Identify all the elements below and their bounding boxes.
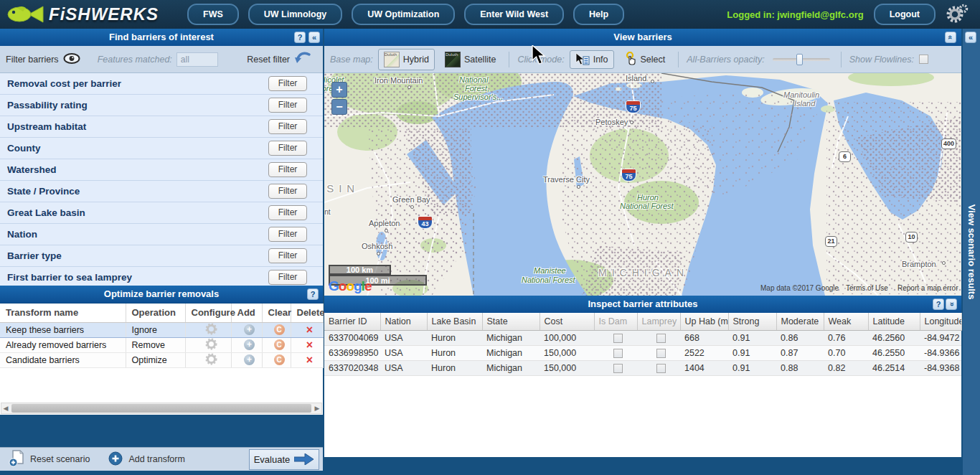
evaluate-button[interactable]: Evaluate bbox=[249, 449, 319, 470]
scroll-right-arrow: ▶ bbox=[313, 405, 321, 412]
zoom-out-button[interactable]: − bbox=[331, 99, 347, 115]
optimize-help-button[interactable]: ? bbox=[307, 288, 319, 300]
city-dot bbox=[407, 85, 411, 89]
lamprey-checkbox[interactable] bbox=[656, 364, 666, 373]
basemap-hybrid-button[interactable]: Duluth Hybrid bbox=[378, 49, 435, 70]
click-mode-info-button[interactable]: Info bbox=[570, 50, 614, 69]
col-nation[interactable]: Nation bbox=[380, 313, 427, 330]
undo-icon[interactable] bbox=[294, 51, 311, 67]
configure-gear-icon[interactable] bbox=[185, 322, 231, 337]
add-transform-label[interactable]: Add transform bbox=[128, 454, 185, 464]
logout-button[interactable]: Logout bbox=[874, 4, 936, 25]
col-up-hab[interactable]: Up Hab (m) bbox=[680, 313, 728, 330]
col-strong[interactable]: Strong bbox=[728, 313, 776, 330]
reset-scenario-label[interactable]: Reset scenario bbox=[30, 454, 90, 464]
col-is-dam[interactable]: Is Dam bbox=[594, 313, 637, 330]
reset-filter-label[interactable]: Reset filter bbox=[247, 55, 290, 65]
shield-on400: 400 bbox=[941, 138, 956, 149]
zoom-in-button[interactable]: + bbox=[331, 82, 347, 98]
clear-icon[interactable]: C bbox=[274, 324, 285, 335]
shield-i75-south: 75 bbox=[621, 169, 636, 182]
transform-row-removed[interactable]: Already removed barriers Remove + C × bbox=[0, 337, 323, 352]
basemap-satellite-button[interactable]: Duluth Satellite bbox=[440, 50, 501, 70]
flowlines-checkbox[interactable] bbox=[919, 55, 928, 64]
col-longitude[interactable]: Longitude bbox=[920, 313, 961, 330]
col-lamprey[interactable]: Lamprey bbox=[637, 313, 680, 330]
scenario-footer: Reset scenario Add transform Evaluate bbox=[0, 447, 323, 471]
filter-button-county[interactable]: Filter bbox=[268, 141, 307, 156]
inspect-help-button[interactable]: ? bbox=[933, 298, 944, 310]
filter-button-nation[interactable]: Filter bbox=[268, 227, 307, 242]
find-barriers-title: Find barriers of interest bbox=[109, 32, 214, 42]
barrier-row-1[interactable]: 6337004069USA HuronMichigan 100,000 6680… bbox=[324, 330, 961, 345]
map-label-appleton: Appleton bbox=[369, 219, 400, 227]
transform-row-candidate[interactable]: Candidate barriers Optimize + C × bbox=[0, 352, 323, 367]
clear-icon[interactable]: C bbox=[274, 354, 285, 365]
lamprey-checkbox[interactable] bbox=[656, 349, 666, 358]
configure-gear-icon[interactable] bbox=[185, 352, 231, 367]
filter-button-removal-cost[interactable]: Filter bbox=[268, 76, 307, 91]
toolbar-separator bbox=[841, 52, 842, 67]
is-dam-checkbox[interactable] bbox=[613, 364, 623, 373]
col-weak[interactable]: Weak bbox=[824, 313, 868, 330]
features-matched-input[interactable] bbox=[176, 52, 218, 67]
col-lake-basin[interactable]: Lake Basin bbox=[427, 313, 482, 330]
nav-button-uw-limnology[interactable]: UW Limnology bbox=[248, 4, 343, 25]
nav-button-uw-optimization[interactable]: UW Optimization bbox=[352, 4, 455, 25]
click-mode-select-button[interactable]: Select bbox=[619, 50, 671, 70]
find-help-button[interactable]: ? bbox=[294, 32, 306, 43]
arrow-right-icon bbox=[294, 453, 314, 465]
col-latitude[interactable]: Latitude bbox=[868, 313, 920, 330]
inspect-collapse-button[interactable]: « bbox=[946, 298, 957, 310]
transform-row-keep[interactable]: Keep these barriers Ignore + C × bbox=[0, 322, 323, 337]
scenario-results-tab[interactable]: View scenario results bbox=[966, 204, 977, 300]
nav-button-fws[interactable]: FWS bbox=[187, 4, 239, 25]
add-transform-icon[interactable] bbox=[108, 451, 123, 468]
report-map-error-link[interactable]: Report a map error bbox=[897, 284, 958, 292]
filter-barriers-label: Filter barriers bbox=[6, 55, 59, 65]
barrier-row-2[interactable]: 6336998950USA HuronMichigan 150,000 2522… bbox=[324, 345, 961, 360]
terms-of-use-link[interactable]: Terms of Use bbox=[846, 284, 888, 292]
filter-button-watershed[interactable]: Filter bbox=[268, 162, 307, 177]
nav-button-help[interactable]: Help bbox=[573, 4, 624, 25]
settings-gear-icon[interactable] bbox=[944, 2, 969, 27]
map-canvas[interactable]: n-Nicolet Forest Iron Mountain National … bbox=[324, 73, 961, 296]
scrollbar-thumb[interactable] bbox=[11, 404, 311, 413]
col-state[interactable]: State bbox=[482, 313, 540, 330]
col-moderate[interactable]: Moderate bbox=[776, 313, 824, 330]
find-collapse-button[interactable]: « bbox=[308, 32, 320, 43]
optimize-horizontal-scrollbar[interactable]: ◀ ▶ bbox=[1, 403, 322, 414]
clear-icon[interactable]: C bbox=[274, 339, 285, 350]
filter-button-passability[interactable]: Filter bbox=[268, 98, 307, 113]
lamprey-checkbox[interactable] bbox=[656, 334, 666, 343]
view-barriers-collapse-button[interactable]: « bbox=[945, 32, 956, 43]
filter-button-barrier-type[interactable]: Filter bbox=[268, 248, 307, 263]
add-icon[interactable]: + bbox=[244, 339, 255, 350]
reset-scenario-icon[interactable] bbox=[9, 450, 24, 469]
delete-icon[interactable]: × bbox=[297, 325, 323, 335]
filter-button-upstream-habitat[interactable]: Filter bbox=[268, 119, 307, 134]
filter-label: Passability rating bbox=[7, 100, 268, 110]
is-dam-checkbox[interactable] bbox=[613, 349, 623, 358]
col-barrier-id[interactable]: Barrier ID bbox=[324, 313, 380, 330]
add-icon[interactable]: + bbox=[244, 324, 255, 335]
eye-icon[interactable] bbox=[63, 53, 80, 66]
filter-button-state-province[interactable]: Filter bbox=[268, 184, 307, 199]
configure-gear-icon[interactable] bbox=[185, 337, 231, 352]
filter-button-first-barrier-lamprey[interactable]: Filter bbox=[268, 270, 307, 285]
features-matched-label: Features matched: bbox=[98, 55, 172, 65]
scenario-results-strip[interactable]: « View scenario results bbox=[963, 29, 980, 475]
opacity-slider-thumb[interactable] bbox=[796, 54, 803, 65]
add-icon[interactable]: + bbox=[244, 354, 255, 365]
opacity-slider[interactable] bbox=[773, 58, 830, 61]
delete-icon[interactable]: × bbox=[297, 340, 323, 350]
filter-button-great-lake-basin[interactable]: Filter bbox=[268, 205, 307, 220]
col-cost[interactable]: Cost bbox=[540, 313, 594, 330]
strip-collapse-button[interactable]: « bbox=[965, 32, 976, 43]
is-dam-checkbox[interactable] bbox=[613, 334, 623, 343]
delete-icon[interactable]: × bbox=[297, 355, 323, 365]
nav-button-enter-wild-west[interactable]: Enter Wild West bbox=[464, 4, 564, 25]
barrier-row-3[interactable]: 6337020348USA HuronMichigan 150,000 1404… bbox=[324, 360, 961, 375]
transform-name-cell: Already removed barriers bbox=[0, 337, 126, 352]
filter-row-removal-cost: Removal cost per barrier Filter bbox=[0, 73, 323, 95]
